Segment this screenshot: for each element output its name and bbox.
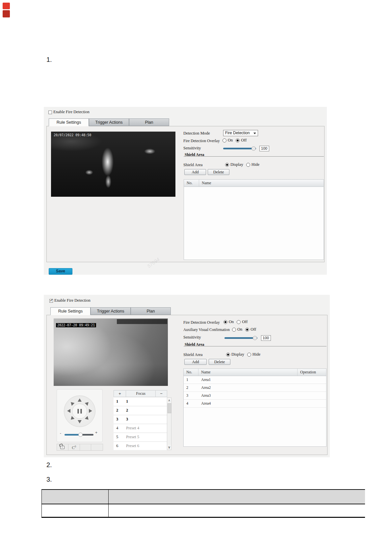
doc-table-body-cell-2: [109, 504, 365, 517]
doc-table-header-cell-1: [42, 490, 109, 504]
tab-trigger-actions[interactable]: Trigger Actions: [91, 307, 131, 315]
arrow-down-left-icon[interactable]: [69, 416, 75, 421]
col-no-header: No.: [184, 180, 199, 187]
overlay-on-radio[interactable]: On: [223, 319, 234, 324]
sensitivity-slider[interactable]: [223, 148, 256, 149]
table-row[interactable]: 3 Area3: [184, 392, 326, 400]
red-annotation-mark-2: [3, 10, 10, 17]
enable-fire-detection-label: Enable Fire Detection: [54, 298, 91, 303]
preset-item[interactable]: 22: [114, 406, 167, 415]
auxiliary-visual-confirmation-label: Auxiliary Visual Confirmation: [183, 328, 230, 332]
ptz-zoom-slider[interactable]: [65, 434, 93, 436]
radio-icon: [232, 328, 236, 332]
checkmark-icon: ✓: [50, 298, 53, 303]
detection-mode-label: Detection Mode: [183, 131, 210, 136]
chevron-down-icon: [253, 133, 256, 134]
aux-on-radio[interactable]: On: [232, 327, 242, 332]
doc-table-body-cell-1: [42, 504, 109, 517]
radio-icon: [246, 163, 250, 167]
table-row[interactable]: 1 Area1: [184, 376, 326, 384]
sensitivity-slider[interactable]: [224, 337, 257, 339]
shield-area-label: Shield Area: [183, 163, 203, 167]
col-name-header: Name: [198, 369, 298, 376]
scroll-up-icon: ∧: [168, 399, 170, 402]
screenshot-1-fire-detection-panel: Enable Fire Detection Rule Settings Trig…: [44, 107, 327, 275]
arrow-down-right-icon[interactable]: [85, 416, 90, 421]
tab-rule-settings[interactable]: Rule Settings: [49, 118, 89, 126]
doc-table-header-row: [42, 489, 365, 504]
tab-rule-settings[interactable]: Rule Settings: [50, 307, 91, 315]
scroll-down-button[interactable]: ∨: [167, 445, 171, 450]
enable-fire-detection-checkbox[interactable]: ✓: [49, 299, 53, 303]
radio-icon: [222, 138, 226, 142]
col-name-header: Name: [199, 180, 324, 187]
list-item-1-number: 1.: [46, 56, 52, 63]
arrow-up-right-icon[interactable]: [85, 401, 90, 406]
slider-handle[interactable]: [78, 433, 83, 437]
shield-display-radio[interactable]: Display: [225, 162, 243, 167]
focus-toolbar: + Focus −: [114, 390, 167, 397]
preset-list-scrollbar[interactable]: ∧ ∨: [167, 397, 171, 450]
scroll-up-button[interactable]: ∧: [167, 398, 171, 403]
pause-icon: [78, 409, 82, 414]
focus-near-button[interactable]: +: [114, 390, 126, 397]
arrow-down-icon[interactable]: [78, 420, 82, 423]
ptz-stop-button[interactable]: [72, 404, 87, 419]
enable-fire-detection-checkbox[interactable]: [48, 111, 52, 114]
preset-item[interactable]: 5Preset 5: [114, 433, 167, 442]
sensitivity-value-input[interactable]: 100: [259, 146, 269, 151]
red-annotation-mark-1: [3, 3, 10, 9]
radio-selected-icon: [245, 328, 249, 332]
focus-far-button[interactable]: −: [156, 390, 167, 397]
overlay-on-radio[interactable]: On: [222, 138, 233, 143]
overlay-off-radio[interactable]: Off: [236, 138, 247, 143]
table-row[interactable]: 4 Area4: [184, 400, 326, 408]
sensitivity-value-input[interactable]: 100: [261, 335, 271, 341]
shield-area-radiogroup: Display Hide: [225, 162, 262, 167]
tab-plan[interactable]: Plan: [131, 307, 171, 315]
shield-display-radio[interactable]: Display: [226, 352, 244, 357]
preset-item[interactable]: 33: [114, 415, 167, 424]
tab-trigger-actions[interactable]: Trigger Actions: [89, 118, 129, 126]
arrow-left-icon[interactable]: [67, 409, 70, 413]
zoom-out-label[interactable]: -: [60, 431, 61, 436]
detection-mode-value: Fire Detection: [225, 131, 250, 135]
arrow-up-left-icon[interactable]: [69, 401, 75, 406]
doc-table: [41, 489, 365, 518]
screenshot-2-fire-detection-panel: ✓ Enable Fire Detection Rule Settings Tr…: [44, 295, 330, 457]
fire-detection-overlay-label: Fire Detection Overlay: [183, 320, 220, 325]
patrol-button[interactable]: C0: [68, 444, 80, 450]
preset-item[interactable]: 6Preset 6: [114, 442, 167, 450]
table-row[interactable]: 2 Area2: [184, 384, 326, 392]
preset-item[interactable]: 11: [114, 397, 167, 406]
zoom-in-label[interactable]: +: [95, 430, 97, 435]
scrollbar-thumb[interactable]: [168, 403, 171, 413]
ptz-joystick[interactable]: [64, 395, 95, 427]
toolbar-spacer-2: [91, 444, 103, 450]
live-view-thermal-video: 2022-07-20 09:49:21: [54, 318, 168, 386]
add-button[interactable]: Add: [184, 359, 207, 365]
delete-button[interactable]: Delete: [208, 169, 229, 175]
slider-handle[interactable]: [253, 336, 257, 340]
video-timestamp: 2022-07-20 09:49:21: [56, 323, 96, 327]
shield-hide-radio[interactable]: Hide: [247, 352, 260, 357]
arrow-right-icon[interactable]: [89, 409, 92, 413]
arrow-up-icon[interactable]: [78, 398, 82, 402]
shield-hide-radio[interactable]: Hide: [246, 162, 259, 167]
slider-handle[interactable]: [251, 146, 256, 151]
shield-area-group-line: [184, 346, 327, 346]
doc-table-body-row: [42, 504, 365, 518]
preset-item[interactable]: 4Preset 4: [114, 424, 167, 433]
overlay-off-radio[interactable]: Off: [237, 319, 248, 324]
aux-off-radio[interactable]: Off: [245, 327, 256, 332]
save-button[interactable]: Save: [49, 268, 72, 275]
add-button[interactable]: Add: [184, 169, 206, 175]
lock-open-icon: [60, 446, 65, 449]
fire-detection-overlay-radiogroup: On Off: [223, 319, 250, 324]
delete-button[interactable]: Delete: [209, 359, 230, 365]
detection-mode-dropdown[interactable]: Fire Detection: [223, 130, 258, 136]
focus-label: Focus: [126, 390, 156, 397]
tab-plan[interactable]: Plan: [129, 118, 169, 126]
preset-list: 11 22 33 4Preset 4 5Preset 5 6Preset 6: [114, 397, 167, 450]
unlock-button[interactable]: [57, 444, 68, 450]
